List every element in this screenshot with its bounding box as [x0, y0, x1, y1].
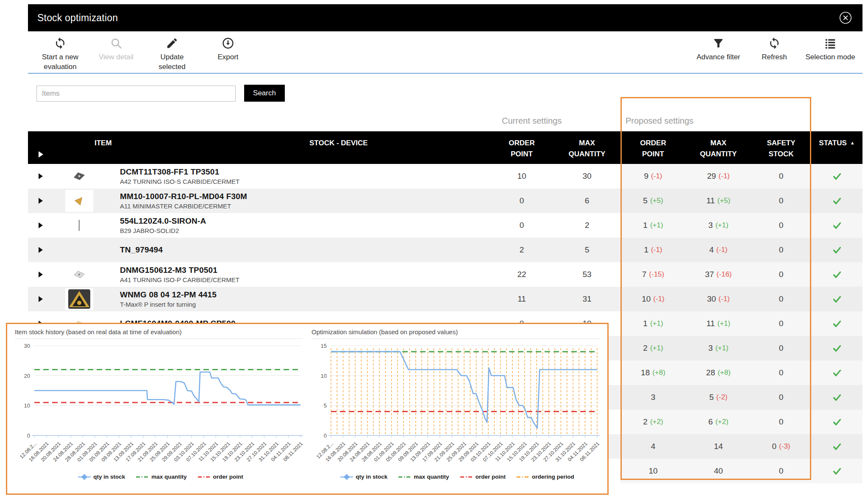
value: 0: [779, 393, 784, 402]
legend-line-marker: [340, 474, 353, 480]
value: 0: [779, 368, 784, 377]
column-header-stock-device[interactable]: STOCK - DEVICE: [299, 131, 490, 164]
advance-filter-button[interactable]: Advance filter: [690, 31, 746, 62]
value: 9: [644, 172, 648, 181]
table-row: WNMG 08 04 12-PM 4415T-Max® P insert for…: [28, 287, 862, 311]
row-expander[interactable]: [28, 164, 54, 189]
toolbar-label: Refresh: [762, 53, 787, 62]
delta-value: (-1): [718, 172, 729, 180]
value: 37: [705, 270, 714, 279]
value: 11: [707, 196, 715, 205]
toolbar-label: Selection mode: [805, 53, 855, 62]
settings-group-labels: Current settings Proposed settings: [28, 102, 862, 131]
legend-dash-marker: [517, 474, 529, 480]
cell-proposed-order-point: 1(+1): [620, 213, 686, 238]
column-header-proposed-max-quantity[interactable]: MAX QUANTITY: [686, 131, 751, 164]
view-detail-button[interactable]: View detail: [88, 31, 144, 62]
legend-dash-marker: [198, 474, 211, 480]
refresh-button[interactable]: Refresh: [746, 31, 802, 62]
cell-current-order-point: 10: [490, 164, 554, 189]
column-header-current-order-point[interactable]: ORDER POINT: [490, 131, 554, 164]
value: 0: [779, 294, 784, 304]
column-header-item[interactable]: ITEM: [54, 131, 299, 164]
cell-proposed-max-quantity: 37(-16): [686, 262, 751, 287]
cell-safety-stock: 0: [751, 164, 811, 189]
column-header-status[interactable]: STATUS▲: [811, 131, 862, 164]
value: 3: [708, 344, 713, 353]
status-cell: [811, 360, 862, 385]
chart-title-divider: [15, 338, 303, 339]
value: 10: [642, 294, 651, 304]
delta-value: (-1): [651, 172, 662, 180]
legend-label: qty in stock: [93, 474, 125, 480]
column-header-safety-stock[interactable]: SAFETY STOCK: [751, 131, 811, 164]
row-expander[interactable]: [28, 189, 54, 213]
toolbar-label: Update selected: [146, 53, 198, 72]
value: 0: [779, 466, 784, 476]
row-expander[interactable]: [28, 287, 54, 311]
selection-mode-button[interactable]: Selection mode: [802, 31, 858, 62]
row-expander[interactable]: [28, 238, 54, 262]
column-header-current-max-quantity[interactable]: MAX QUANTITY: [554, 131, 620, 164]
legend-item: ordering period: [517, 474, 574, 480]
delta-value: (+5): [650, 197, 663, 205]
cell-safety-stock: 0: [751, 238, 811, 262]
status-cell: [811, 459, 862, 483]
status-check-icon: [833, 394, 841, 401]
value: 1: [643, 221, 648, 230]
export-button[interactable]: Export: [200, 31, 256, 62]
item-description: B29 JABRO-SOLID2: [120, 227, 179, 234]
status-cell: [811, 385, 862, 410]
update-selected-button[interactable]: Update selected: [144, 31, 200, 72]
legend-label: order point: [476, 474, 506, 480]
item-name: 554L120Z4.0-SIRON-A: [120, 216, 206, 226]
start-new-evaluation-button[interactable]: Start a new evaluation: [32, 31, 88, 72]
status-cell: [811, 311, 862, 336]
column-header-proposed-order-point[interactable]: ORDER POINT: [620, 131, 686, 164]
cell-safety-stock: 0: [751, 385, 811, 410]
value: 22: [517, 270, 526, 279]
cell-current-max-quantity: 2: [554, 213, 620, 238]
legend-item: order point: [460, 474, 506, 480]
value: 10: [517, 172, 526, 181]
row-expander[interactable]: [28, 213, 54, 238]
cell-current-order-point: 0: [490, 213, 554, 238]
delta-value: (+1): [715, 221, 729, 230]
toolbar-label: View detail: [99, 53, 134, 62]
table-row: 554L120Z4.0-SIRON-AB29 JABRO-SOLID2021(+…: [28, 213, 862, 238]
charts-panel: Item stock history (based on real data a…: [6, 323, 609, 495]
filter-icon: [712, 37, 725, 50]
row-expander-icon: [38, 271, 43, 278]
toolbar-label: Export: [217, 53, 238, 62]
value: 0: [779, 417, 784, 427]
status-cell: [811, 434, 862, 459]
toolbar: Start a new evaluation View detail Updat…: [28, 31, 862, 74]
expand-all-icon[interactable]: [38, 151, 44, 158]
item-description: A11 MINIMASTER CARBIDE/CERMET: [120, 202, 231, 210]
legend-item: max quantity: [136, 474, 186, 480]
status-check-icon: [833, 222, 841, 229]
cell-proposed-max-quantity: 3(+1): [686, 336, 751, 360]
search-button[interactable]: Search: [244, 85, 285, 102]
value: 4: [709, 245, 714, 255]
delta-value: (-1): [718, 295, 729, 303]
cell-safety-stock: 0: [751, 360, 811, 385]
close-icon: [838, 10, 853, 25]
cell-proposed-max-quantity: 11(+5): [686, 189, 751, 213]
stock-device-cell: [299, 213, 490, 238]
item-thumbnail: [65, 288, 93, 310]
cell-safety-stock: 0: [751, 459, 811, 483]
title-bar: Stock optimization: [28, 4, 862, 31]
row-expander[interactable]: [28, 262, 54, 287]
sort-ascending-icon: ▲: [850, 140, 855, 145]
close-button[interactable]: [838, 10, 853, 25]
row-expander-icon: [38, 222, 43, 229]
item-description: T-Max® P insert for turning: [120, 301, 196, 308]
stock-device-cell: [299, 238, 490, 262]
search-input[interactable]: [36, 86, 236, 102]
delta-value: (+5): [718, 197, 731, 205]
delta-value: (+1): [650, 344, 663, 352]
cell-proposed-order-point: 10(-1): [620, 287, 686, 311]
toolbar-left-group: Start a new evaluation View detail Updat…: [32, 31, 256, 73]
search-row: Search: [28, 74, 862, 102]
